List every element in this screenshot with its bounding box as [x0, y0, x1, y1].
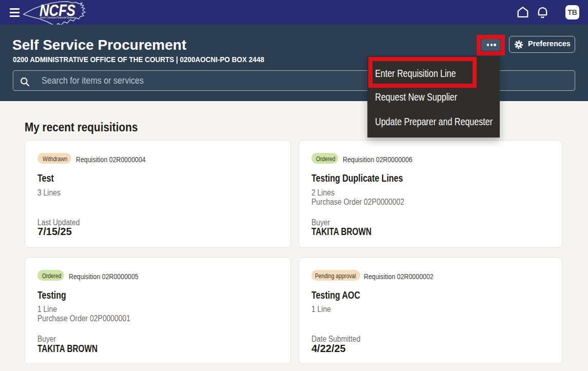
svg-text:North Carolina Financial Syste: North Carolina Financial System [40, 16, 75, 19]
